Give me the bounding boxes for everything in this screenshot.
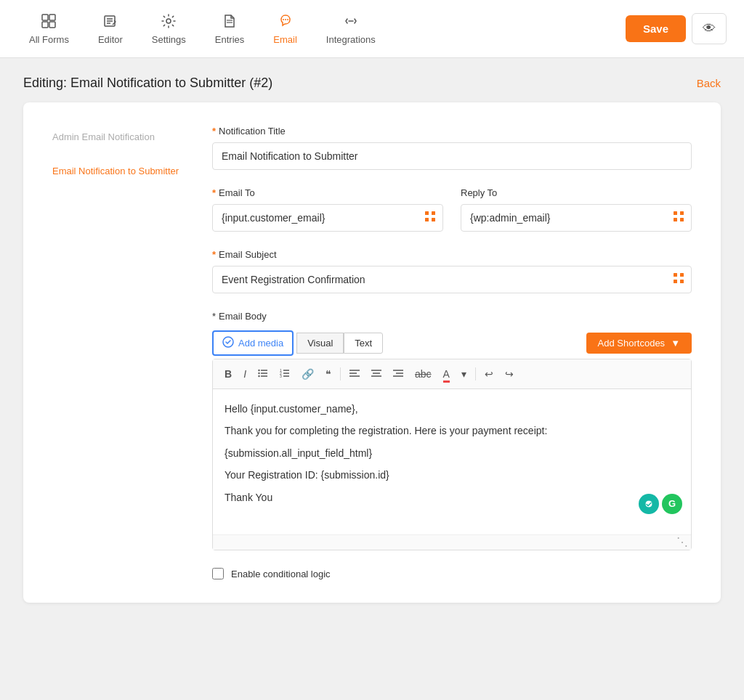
- email-to-input[interactable]: [212, 204, 443, 232]
- email-to-grid-icon[interactable]: [424, 211, 436, 225]
- reply-to-input[interactable]: [461, 204, 692, 232]
- text-color-dropdown[interactable]: ▾: [457, 366, 471, 382]
- undo-button[interactable]: ↩: [480, 366, 498, 382]
- subject-grid-icon[interactable]: [673, 272, 684, 287]
- notification-title-field: * Notification Title: [212, 126, 692, 170]
- svg-rect-17: [432, 218, 435, 221]
- svg-rect-22: [674, 273, 677, 277]
- email-icon: [278, 13, 294, 31]
- integrations-icon: [343, 13, 359, 31]
- tab-text-button[interactable]: Text: [344, 333, 383, 354]
- notification-title-label: * Notification Title: [212, 126, 692, 137]
- svg-point-8: [166, 19, 171, 23]
- bold-button[interactable]: B: [220, 366, 236, 382]
- email-subject-label: * Email Subject: [212, 249, 692, 260]
- email-to-reply-row: * Email To: [212, 187, 692, 232]
- notification-title-input[interactable]: [212, 142, 692, 170]
- email-subject-input[interactable]: [212, 266, 692, 293]
- editor-line-5: Thank You: [225, 489, 679, 505]
- svg-rect-14: [425, 211, 429, 215]
- preview-icon: 👁: [703, 21, 716, 36]
- nav-editor[interactable]: Editor: [86, 7, 134, 51]
- required-marker: *: [212, 126, 216, 137]
- save-button[interactable]: Save: [626, 15, 686, 42]
- redo-button[interactable]: ↪: [501, 366, 518, 382]
- editor-container: B I: [212, 359, 692, 550]
- editor-floating-icons: G: [639, 494, 682, 514]
- editor-line-4: Your Registration ID: {submission.id}: [225, 467, 679, 483]
- sidebar-column: Admin Email Notification Email Notificat…: [52, 126, 183, 579]
- editor-line-1: Hello {input.customer_name},: [225, 401, 679, 417]
- back-link[interactable]: Back: [697, 77, 721, 89]
- nav-settings[interactable]: Settings: [140, 7, 198, 51]
- nav-all-forms-label: All Forms: [29, 34, 69, 45]
- svg-rect-21: [680, 218, 684, 221]
- nav-entries[interactable]: Entries: [203, 7, 256, 51]
- page-title: Editing: Email Notification to Submitter…: [23, 76, 272, 91]
- nav-integrations-label: Integrations: [326, 34, 376, 45]
- conditional-logic-checkbox[interactable]: [212, 568, 224, 579]
- add-media-button[interactable]: Add media: [212, 330, 294, 356]
- svg-text:3: 3: [280, 374, 282, 378]
- shortcodes-chevron-icon: ▼: [671, 338, 680, 349]
- add-shortcodes-button[interactable]: Add Shortcodes ▼: [586, 333, 692, 354]
- editor-line-3: {submission.all_input_field_html}: [225, 445, 679, 461]
- email-body-label: * Email Body: [212, 311, 692, 322]
- grammarly-icon[interactable]: [639, 494, 659, 514]
- editor-body[interactable]: Hello {input.customer_name}, Thank you f…: [213, 389, 691, 534]
- nav-all-forms[interactable]: All Forms: [17, 7, 81, 51]
- tab-visual-button[interactable]: Visual: [296, 333, 344, 354]
- link-button[interactable]: 🔗: [297, 366, 318, 382]
- svg-rect-1: [49, 15, 55, 20]
- align-right-button[interactable]: [389, 365, 408, 383]
- svg-rect-23: [680, 273, 684, 277]
- strikethrough-button[interactable]: abc: [411, 366, 436, 382]
- editor-resize-handle[interactable]: ⋱: [213, 534, 691, 550]
- add-media-icon: [222, 336, 234, 350]
- spell-check-icon[interactable]: G: [662, 494, 682, 514]
- text-color-button[interactable]: A: [439, 366, 454, 382]
- all-forms-icon: [41, 13, 57, 31]
- nav-items: All Forms Editor Settings: [17, 7, 387, 51]
- email-to-label: * Email To: [212, 187, 443, 198]
- nav-editor-label: Editor: [98, 34, 123, 45]
- nav-right: Save 👁: [626, 13, 727, 44]
- reply-to-input-wrap: [461, 204, 692, 232]
- nav-email-label: Email: [273, 34, 297, 45]
- unordered-list-button[interactable]: [254, 365, 272, 383]
- italic-button[interactable]: I: [239, 366, 251, 382]
- nav-email[interactable]: Email: [262, 7, 309, 51]
- conditional-logic-label: Enable conditional logic: [231, 569, 331, 579]
- editor-toolbar-top: Add media Visual Text Add Shortcodes ▼: [212, 330, 692, 356]
- svg-rect-19: [680, 211, 684, 215]
- form-card: Admin Email Notification Email Notificat…: [23, 102, 721, 603]
- blockquote-button[interactable]: ❝: [321, 366, 336, 382]
- reply-to-grid-icon[interactable]: [673, 211, 684, 225]
- ordered-list-button[interactable]: 1 2 3: [275, 365, 294, 383]
- form-layout: Admin Email Notification Email Notificat…: [52, 126, 692, 579]
- toolbar-left: Add media Visual Text: [212, 330, 383, 356]
- format-toolbar: B I: [213, 359, 691, 389]
- email-to-field: * Email To: [212, 187, 443, 232]
- main-content: Admin Email Notification Email Notificat…: [0, 102, 744, 626]
- svg-rect-16: [425, 218, 429, 221]
- subject-required: *: [212, 249, 216, 260]
- svg-rect-20: [674, 218, 677, 221]
- page-header: Editing: Email Notification to Submitter…: [0, 58, 744, 102]
- align-left-button[interactable]: [345, 365, 364, 383]
- svg-rect-24: [674, 280, 677, 283]
- nav-integrations[interactable]: Integrations: [315, 7, 387, 51]
- nav-entries-label: Entries: [215, 34, 244, 45]
- entries-icon: [222, 13, 238, 31]
- svg-point-30: [258, 370, 259, 371]
- sidebar-admin-item: Admin Email Notification: [52, 126, 183, 148]
- editor-icon: [102, 13, 118, 31]
- svg-rect-2: [42, 22, 48, 28]
- email-to-required: *: [212, 187, 216, 198]
- email-body-field: * Email Body: [212, 311, 692, 550]
- align-center-button[interactable]: [367, 365, 386, 383]
- toolbar-divider-1: [340, 367, 341, 380]
- preview-button[interactable]: 👁: [692, 13, 727, 44]
- svg-rect-15: [432, 211, 435, 215]
- sidebar-active-item[interactable]: Email Notification to Submitter: [52, 166, 183, 176]
